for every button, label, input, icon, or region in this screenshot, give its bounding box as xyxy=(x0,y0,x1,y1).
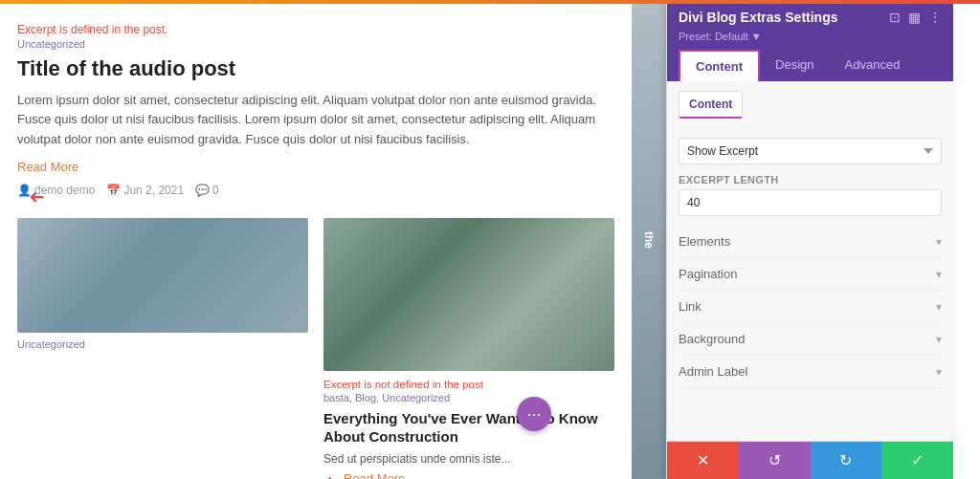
panel-preset[interactable]: Preset: Default ▼ xyxy=(679,31,942,42)
elements-label: Elements xyxy=(679,234,730,249)
post1-date: 📅 Jun 2, 2021 xyxy=(106,184,184,197)
excerpt-defined-label: Excerpt is defined in the post. xyxy=(17,23,614,36)
post1-excerpt: Lorem ipsum dolor sit amet, consectetur … xyxy=(17,91,614,150)
save-button[interactable]: ✓ xyxy=(881,442,953,479)
excerpt-not-defined-label: Excerpt is not defined in the post xyxy=(323,379,614,390)
tab-content[interactable]: Content xyxy=(679,50,760,81)
undo-button[interactable]: ↺ xyxy=(739,442,811,479)
background-section[interactable]: Background ▾ xyxy=(679,323,942,356)
background-chevron: ▾ xyxy=(936,333,942,346)
admin-label-label: Admin Label xyxy=(679,364,747,379)
post2-title: Everything You've Ever Wanted to Know Ab… xyxy=(323,409,614,446)
right-col: Excerpt is not defined in the post basta… xyxy=(323,218,614,479)
fab-icon: ··· xyxy=(526,404,541,425)
arrow-indicator-2: ➜ xyxy=(323,471,340,479)
post1-category[interactable]: Uncategorized xyxy=(17,38,614,50)
arrow-indicator-1: ➜ xyxy=(29,186,45,209)
excerpt-length-input[interactable] xyxy=(679,189,942,216)
admin-label-section[interactable]: Admin Label ▾ xyxy=(679,356,942,388)
panel-title: Divi Blog Extras Settings xyxy=(679,10,837,25)
pagination-label: Pagination xyxy=(679,267,737,281)
redo-button[interactable]: ↻ xyxy=(811,442,882,479)
panel-header-icons: ⊡ ▦ ⋮ xyxy=(889,10,942,25)
post2-tags[interactable]: basta, Blog, Uncategorized xyxy=(323,392,614,403)
post2-read-more[interactable]: Read More xyxy=(344,471,405,479)
link-chevron: ▾ xyxy=(936,300,942,314)
post3-image xyxy=(17,218,308,333)
post1-title: Title of the audio post xyxy=(17,55,614,83)
background-label: Background xyxy=(679,332,745,346)
fab-button[interactable]: ··· xyxy=(517,397,551,431)
right-strip: the xyxy=(632,0,666,479)
right-strip-text: the xyxy=(642,231,656,249)
panel-footer: ✕ ↺ ↻ ✓ xyxy=(667,441,953,479)
post1-read-more[interactable]: Read More xyxy=(17,160,78,174)
elements-section[interactable]: Elements ▾ xyxy=(679,226,942,258)
comment-icon: 💬 xyxy=(195,184,210,197)
post2-excerpt: Sed ut perspiciatis unde omnis iste... xyxy=(323,452,614,466)
tab-advanced[interactable]: Advanced xyxy=(830,50,916,81)
pagination-section[interactable]: Pagination ▾ xyxy=(679,258,942,291)
excerpt-length-label: Excerpt Length xyxy=(679,174,942,185)
panel-header: Divi Blog Extras Settings ⊡ ▦ ⋮ Preset: … xyxy=(667,0,953,81)
calendar-icon: 📅 xyxy=(106,184,121,197)
admin-label-chevron: ▾ xyxy=(936,365,942,379)
post1-meta: 👤 demo demo 📅 Jun 2, 2021 💬 0 xyxy=(17,184,614,197)
panel-tabs: Content Design Advanced xyxy=(679,50,942,81)
responsive-icon[interactable]: ⊡ xyxy=(889,10,901,25)
show-excerpt-select[interactable]: Show Excerpt xyxy=(679,138,942,164)
post-card-1: Excerpt is defined in the post. Uncatego… xyxy=(17,23,614,197)
excerpt-length-field: Excerpt Length xyxy=(679,174,942,216)
left-col: Uncategorized xyxy=(17,218,308,479)
settings-panel: Divi Blog Extras Settings ⊡ ▦ ⋮ Preset: … xyxy=(666,0,953,479)
elements-chevron: ▾ xyxy=(936,235,942,249)
link-label: Link xyxy=(679,299,702,314)
post1-comments: 💬 0 xyxy=(195,184,219,197)
panel-body: Content Show Excerpt Excerpt Length Elem… xyxy=(667,81,953,441)
post2-image xyxy=(323,218,614,371)
grid-icon[interactable]: ▦ xyxy=(908,10,921,25)
top-bar xyxy=(0,0,980,4)
post3-category: Uncategorized xyxy=(17,338,308,350)
panel-header-top: Divi Blog Extras Settings ⊡ ▦ ⋮ xyxy=(679,10,942,25)
pagination-chevron: ▾ xyxy=(936,268,942,281)
two-col-posts: Uncategorized Excerpt is not defined in … xyxy=(17,214,614,479)
cancel-button[interactable]: ✕ xyxy=(667,442,739,479)
more-icon[interactable]: ⋮ xyxy=(928,10,942,25)
tab-design[interactable]: Design xyxy=(760,50,829,81)
content-section-label: Content xyxy=(679,91,743,119)
show-excerpt-field: Show Excerpt xyxy=(679,138,942,164)
link-section[interactable]: Link ▾ xyxy=(679,291,942,323)
